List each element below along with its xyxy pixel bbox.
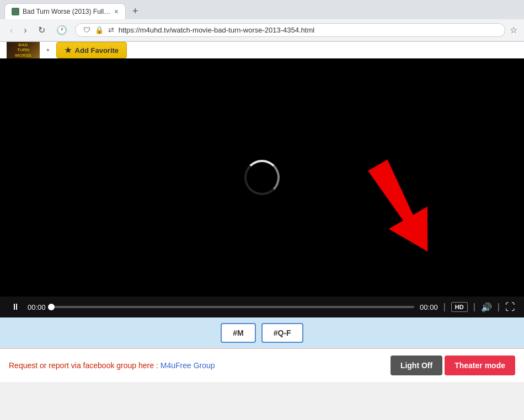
volume-button[interactable]: 🔊 bbox=[481, 302, 492, 313]
address-text: https://m4uhd.tv/watch-movie-bad-turn-wo… bbox=[119, 26, 497, 34]
history-button[interactable]: 🕐 bbox=[53, 23, 71, 37]
star-icon: ★ bbox=[65, 46, 72, 55]
theater-mode-button[interactable]: Theater mode bbox=[445, 356, 515, 375]
separator-3: | bbox=[498, 302, 500, 312]
source-selector: #M #Q-F bbox=[0, 317, 524, 348]
add-favorite-button[interactable]: ★ Add Favorite bbox=[56, 42, 127, 58]
source-qf-button[interactable]: #Q-F bbox=[261, 323, 303, 343]
progress-bar[interactable] bbox=[51, 306, 415, 308]
arrow-annotation bbox=[347, 148, 458, 269]
video-controls: ⏸ 00:00 00:00 | HD | 🔊 | ⛶ bbox=[0, 297, 524, 317]
browser-tab[interactable]: Bad Turn Worse (2013) Full Mo… × bbox=[4, 3, 126, 19]
reload-button[interactable]: ↻ bbox=[35, 23, 49, 37]
svg-marker-0 bbox=[359, 154, 446, 262]
add-favorite-label: Add Favorite bbox=[75, 46, 119, 55]
pause-icon: ⏸ bbox=[11, 302, 20, 311]
bullet-separator: • bbox=[46, 45, 50, 55]
tab-bar: Bad Turn Worse (2013) Full Mo… × + bbox=[0, 0, 524, 19]
footer-actions: Light Off Theater mode bbox=[391, 356, 515, 375]
tab-close-icon[interactable]: × bbox=[114, 7, 119, 16]
page-content: BADTURNWORSE • ★ Add Favorite bbox=[0, 42, 524, 382]
quality-button[interactable]: HD bbox=[451, 302, 468, 312]
movie-thumbnail: BADTURNWORSE bbox=[7, 42, 40, 58]
source-m-label: #M bbox=[233, 329, 243, 337]
top-area: BADTURNWORSE • ★ Add Favorite bbox=[0, 42, 524, 58]
bookmark-button[interactable]: ☆ bbox=[510, 25, 517, 35]
address-bar[interactable]: 🛡 🔒 ⇄ https://m4uhd.tv/watch-movie-bad-t… bbox=[75, 23, 505, 37]
loading-spinner bbox=[244, 160, 280, 195]
light-off-button[interactable]: Light Off bbox=[391, 356, 442, 375]
source-m-button[interactable]: #M bbox=[221, 323, 255, 343]
footer-static-text: Request or report via facebook group her… bbox=[9, 361, 161, 370]
footer-bar: Request or report via facebook group her… bbox=[0, 348, 524, 382]
separator-1: | bbox=[443, 302, 446, 312]
separator-2: | bbox=[473, 302, 475, 312]
video-player: ⏸ 00:00 00:00 | HD | 🔊 | ⛶ bbox=[0, 58, 524, 317]
fullscreen-button[interactable]: ⛶ bbox=[505, 301, 515, 313]
tab-favicon bbox=[12, 8, 19, 15]
progress-thumb[interactable] bbox=[48, 304, 55, 310]
footer-request-text: Request or report via facebook group her… bbox=[9, 361, 215, 370]
source-qf-label: #Q-F bbox=[274, 329, 291, 337]
browser-toolbar: ‹ › ↻ 🕐 🛡 🔒 ⇄ https://m4uhd.tv/watch-mov… bbox=[0, 19, 524, 41]
shield-icon: 🛡 bbox=[83, 26, 90, 34]
current-time: 00:00 bbox=[28, 303, 46, 311]
video-area[interactable] bbox=[0, 58, 524, 297]
lock-icon: 🔒 bbox=[95, 26, 104, 34]
tab-title: Bad Turn Worse (2013) Full Mo… bbox=[23, 8, 111, 15]
back-button[interactable]: ‹ bbox=[7, 23, 16, 37]
volume-icon: 🔊 bbox=[481, 303, 492, 312]
fullscreen-icon: ⛶ bbox=[505, 301, 515, 313]
forward-button[interactable]: › bbox=[20, 23, 30, 37]
new-tab-button[interactable]: + bbox=[128, 3, 143, 19]
browser-chrome: Bad Turn Worse (2013) Full Mo… × + ‹ › ↻… bbox=[0, 0, 524, 42]
pause-button[interactable]: ⏸ bbox=[9, 301, 22, 313]
facebook-group-link[interactable]: M4uFree Group bbox=[161, 361, 215, 370]
total-time: 00:00 bbox=[420, 303, 438, 311]
exchange-icon: ⇄ bbox=[108, 26, 114, 34]
